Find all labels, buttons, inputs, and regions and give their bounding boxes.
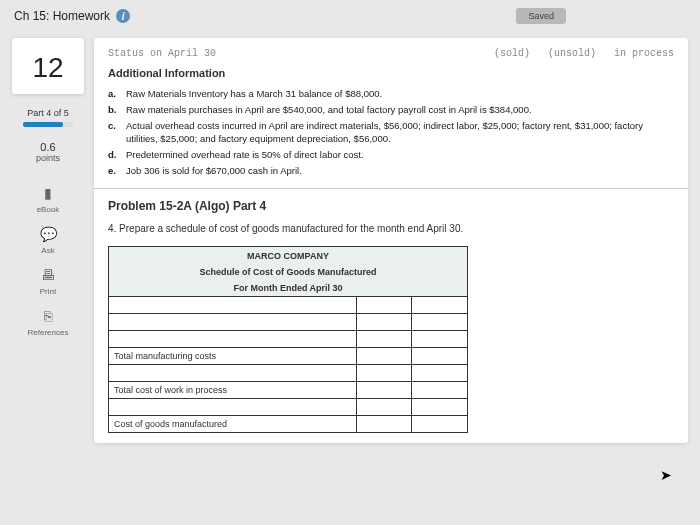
status-row: Status on April 30 (sold) (unsold) in pr…: [108, 48, 674, 59]
row-value-input[interactable]: [412, 331, 467, 347]
row-label-input[interactable]: [109, 331, 357, 347]
references-icon: ⎘: [38, 306, 58, 326]
problem-title: Problem 15-2A (Algo) Part 4: [108, 199, 674, 213]
row-value-input[interactable]: [412, 382, 467, 398]
row-value-input[interactable]: [357, 365, 412, 381]
section-divider: [94, 188, 688, 189]
schedule-header: MARCO COMPANY Schedule of Cost of Goods …: [109, 247, 467, 297]
page-header: Ch 15: Homework i Saved: [0, 0, 700, 32]
row-value-input[interactable]: [412, 314, 467, 330]
info-c: Actual overhead costs incurred in April …: [126, 119, 674, 147]
schedule-table: MARCO COMPANY Schedule of Cost of Goods …: [108, 246, 468, 433]
row-label-input[interactable]: [109, 314, 357, 330]
references-tool[interactable]: ⎘ References: [28, 306, 69, 337]
info-d: Predetermined overhead rate is 50% of di…: [126, 148, 364, 162]
table-row: [109, 297, 467, 313]
part-indicator: Part 4 of 5: [12, 108, 84, 127]
schedule-company: MARCO COMPANY: [109, 247, 467, 264]
status-unsold: (unsold): [548, 48, 596, 59]
info-icon[interactable]: i: [116, 9, 130, 23]
ask-tool[interactable]: 💬 Ask: [38, 224, 58, 255]
table-row: [109, 364, 467, 381]
points-value: 0.6: [12, 141, 84, 153]
problem-instruction: 4. Prepare a schedule of cost of goods m…: [108, 223, 674, 234]
progress-bar: [23, 122, 73, 127]
row-value-input[interactable]: [412, 365, 467, 381]
chapter-title: Ch 15: Homework: [14, 9, 110, 23]
info-e: Job 306 is sold for $670,000 cash in Apr…: [126, 164, 302, 178]
row-value-input[interactable]: [357, 416, 412, 432]
ebook-icon: ▮: [38, 183, 58, 203]
schedule-period: For Month Ended April 30: [109, 280, 467, 296]
points-label: points: [12, 153, 84, 163]
cogs-manufactured-label: Cost of goods manufactured: [109, 416, 357, 432]
schedule-title: Schedule of Cost of Goods Manufactured: [109, 264, 467, 280]
additional-info-list: a.Raw Materials Inventory has a March 31…: [108, 87, 674, 178]
status-left: Status on April 30: [108, 48, 216, 59]
print-tool[interactable]: 🖶 Print: [38, 265, 58, 296]
row-value-input[interactable]: [412, 399, 467, 415]
ebook-tool[interactable]: ▮ eBook: [37, 183, 60, 214]
status-sold: (sold): [494, 48, 530, 59]
table-row: Total manufacturing costs: [109, 347, 467, 364]
ask-label: Ask: [38, 246, 58, 255]
sidebar: 12 Part 4 of 5 0.6 points ▮ eBook 💬 Ask …: [12, 38, 84, 443]
row-value-input[interactable]: [357, 399, 412, 415]
row-value-input[interactable]: [357, 331, 412, 347]
row-value-input[interactable]: [357, 297, 412, 313]
points-block: 0.6 points: [12, 141, 84, 163]
saved-badge: Saved: [516, 8, 566, 24]
print-icon: 🖶: [38, 265, 58, 285]
total-work-in-process-label: Total cost of work in process: [109, 382, 357, 398]
ask-icon: 💬: [38, 224, 58, 244]
row-value-input[interactable]: [412, 416, 467, 432]
row-value-input[interactable]: [412, 348, 467, 364]
row-label-input[interactable]: [109, 399, 357, 415]
question-number: 12: [12, 52, 84, 84]
references-label: References: [28, 328, 69, 337]
ebook-label: eBook: [37, 205, 60, 214]
part-label: Part 4 of 5: [12, 108, 84, 118]
row-value-input[interactable]: [412, 297, 467, 313]
content-panel: Status on April 30 (sold) (unsold) in pr…: [94, 38, 688, 443]
info-b: Raw materials purchases in April are $54…: [126, 103, 532, 117]
additional-info-heading: Additional Information: [108, 67, 674, 79]
question-number-card: 12: [12, 38, 84, 94]
row-value-input[interactable]: [357, 348, 412, 364]
progress-fill: [23, 122, 63, 127]
table-row: Cost of goods manufactured: [109, 415, 467, 432]
table-row: [109, 313, 467, 330]
info-a: Raw Materials Inventory has a March 31 b…: [126, 87, 382, 101]
row-label-input[interactable]: [109, 297, 357, 313]
row-label-input[interactable]: [109, 365, 357, 381]
table-row: [109, 398, 467, 415]
table-row: Total cost of work in process: [109, 381, 467, 398]
status-process: in process: [614, 48, 674, 59]
row-value-input[interactable]: [357, 382, 412, 398]
print-label: Print: [38, 287, 58, 296]
row-value-input[interactable]: [357, 314, 412, 330]
cursor-icon: ➤: [660, 467, 672, 483]
total-manufacturing-label: Total manufacturing costs: [109, 348, 357, 364]
table-row: [109, 330, 467, 347]
